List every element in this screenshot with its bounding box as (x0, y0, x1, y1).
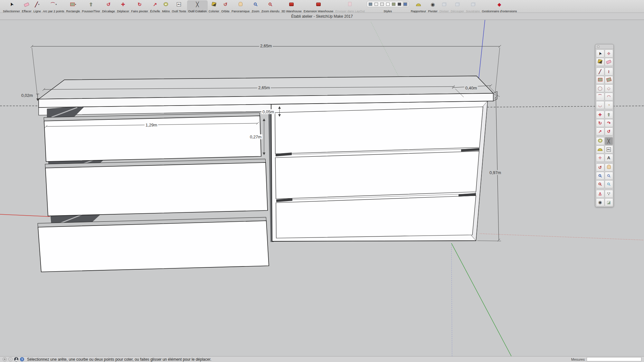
palette-tool-push-pull[interactable]: ⇧ (605, 111, 613, 119)
palette-tool-two-point-arc[interactable]: ◠ (605, 93, 613, 101)
palette-tool-arc[interactable]: ⌒ (596, 93, 604, 101)
style-button-style-2[interactable] (374, 2, 379, 6)
palette-tool-make-component[interactable]: ❖ (605, 50, 613, 58)
toolbar-item-pivot[interactable]: ◉Pivoter (427, 0, 439, 13)
open-drawer-3-front[interactable] (38, 221, 269, 272)
palette-tool-3d-text[interactable]: A (605, 154, 613, 162)
palette-tool-rotate[interactable]: ↻ (596, 119, 604, 127)
palette-tool-select[interactable]: ➤ (596, 50, 604, 58)
geolocate-icon[interactable] (3, 357, 7, 361)
palette-tool-zoom-extents[interactable]: ⚲ (596, 180, 604, 188)
palette-tool-walk[interactable]: ∵ (605, 190, 613, 198)
toolbar-item-tape-measure[interactable]: Mètre (161, 0, 171, 13)
palette-tool-rotated-rectangle[interactable] (605, 76, 613, 84)
palette-header[interactable] (595, 44, 613, 49)
toolbar-item-zoom-extents[interactable]: ⚲Zoom étendu (260, 0, 280, 13)
palette-tool-three-point-arc[interactable]: ◡ (596, 101, 604, 109)
palette-tool-axes[interactable]: ✛ (596, 154, 604, 162)
palette-tool-tape-measure[interactable] (596, 137, 604, 145)
toolbar-item-offset[interactable]: ↺Décalage (101, 0, 116, 13)
drawing-viewport[interactable]: 2,65m 2,65m 0,40m 0,02m 0,05m 1,29m 0,27… (0, 20, 644, 356)
dimension-label-drawer-height[interactable]: 0,27m (249, 135, 262, 139)
toolbar-item-arc-2-points[interactable]: ⌒▾Arc par 2 points (42, 0, 65, 13)
dimension-label-surface-width[interactable]: 2,65m (257, 85, 271, 90)
toolbar-item-paint[interactable]: Colorier (208, 0, 220, 13)
toolbar-item-move[interactable]: ✚Déplacer (116, 0, 130, 13)
palette-tool-look-around[interactable]: ◉ (596, 198, 604, 206)
toolbar-item-warehouse-3d[interactable]: 3D Warehouse (280, 0, 303, 13)
style-button-style-6[interactable] (397, 2, 402, 6)
palette-tool-circle[interactable]: ◯ (596, 84, 604, 92)
toolbar-item-text[interactable]: A1Outil Texte (171, 0, 187, 13)
drawer-front-right-3[interactable] (276, 196, 476, 238)
blue-axis[interactable] (478, 20, 485, 87)
measurements-input[interactable] (587, 357, 641, 361)
style-button-style-4[interactable] (385, 2, 391, 6)
drawer-front-right-2[interactable] (275, 151, 479, 199)
palette-tool-freehand[interactable]: ≀ (605, 68, 613, 76)
palette-close-button[interactable] (597, 45, 600, 48)
toolbar-item-scale[interactable]: ↗Échelle (149, 0, 161, 13)
toolbar-item-line[interactable]: ╱▾Ligne (33, 0, 42, 13)
toolbar-item-push-pull[interactable]: ⇧Pousser/Tirer (81, 0, 101, 13)
toolbar-item-extension-manager[interactable]: ◆Gestionnaire d'extensions (481, 0, 518, 13)
palette-tool-eraser[interactable] (605, 58, 613, 66)
palette-tool-dimension[interactable]: ╳ (605, 137, 613, 145)
green-axis-dotted[interactable] (371, 22, 399, 77)
palette-tool-protractor[interactable] (596, 145, 604, 153)
toolbar-item-extension-warehouse[interactable]: Extension Warehouse (303, 0, 335, 13)
right-cabinet[interactable] (271, 101, 488, 241)
palette-tool-zoom[interactable]: ⚲ (596, 172, 604, 180)
palette-tool-follow-me[interactable]: ↷ (605, 119, 613, 127)
palette-tool-offset[interactable]: ↺ (605, 127, 613, 135)
palette-tool-zoom-previous[interactable]: ⚲ (605, 180, 613, 188)
toolbar-item-select[interactable]: ➤Sélectionner (2, 0, 21, 13)
blue-axis-dotted[interactable] (451, 243, 452, 356)
help-icon[interactable]: ? (20, 357, 24, 361)
toolbar-item-zoom[interactable]: ⚲Zoom (251, 0, 260, 13)
toolbar-item-protractor[interactable]: Rapporteur (410, 0, 427, 13)
palette-tool-pan[interactable] (605, 163, 613, 172)
drawer-front-right-1[interactable] (275, 107, 483, 154)
toolbar-item-styles-group[interactable]: Styles (366, 0, 410, 13)
palette-tool-move[interactable]: ✚ (596, 111, 604, 119)
palette-tool-polygon[interactable]: ◇ (605, 84, 613, 92)
toolbar-item-dimension[interactable]: ╳Outil Cotation (187, 0, 208, 13)
toolbar-item-rectangle[interactable]: ▾Rectangle (65, 0, 81, 13)
chevron-down-icon[interactable]: ▾ (75, 3, 76, 5)
red-axis-dotted[interactable] (480, 234, 644, 240)
palette-tool-pie[interactable]: ◔ (605, 101, 613, 109)
dimension-label-drawer-width[interactable]: 1,29m (145, 123, 158, 127)
model-canvas[interactable] (0, 20, 644, 356)
green-axis[interactable] (451, 243, 511, 356)
dimension-label-top-rail[interactable]: 0,05m (261, 109, 275, 114)
chevron-down-icon[interactable]: ▾ (56, 3, 57, 5)
red-axis[interactable] (0, 214, 50, 217)
dimension-label-overhang[interactable]: 0,02m (20, 93, 34, 98)
palette-tool-position-camera[interactable]: ♙ (596, 190, 604, 198)
palette-tool-line[interactable]: ╱ (596, 68, 604, 76)
palette-tool-zoom-window[interactable]: ⚲ (605, 172, 613, 180)
open-drawer-2-front[interactable] (45, 162, 268, 216)
info-icon[interactable]: i (8, 357, 13, 361)
left-cabinet-open-drawers[interactable] (38, 113, 269, 272)
toolbar-item-rotate[interactable]: ↻Faire pivoter (130, 0, 149, 13)
account-icon[interactable] (14, 357, 18, 361)
palette-tool-orbit[interactable]: ↺ (596, 163, 604, 172)
palette-tool-rectangle[interactable] (596, 76, 604, 84)
palette-tool-scale[interactable]: ↗ (596, 127, 604, 135)
chevron-down-icon[interactable]: ▾ (38, 3, 40, 5)
toolbar-item-pan[interactable]: Panoramique (231, 0, 251, 13)
palette-tool-section-plane[interactable]: ◪ (605, 198, 613, 206)
style-button-style-7[interactable] (402, 2, 408, 6)
dimension-label-depth[interactable]: 0,40m (464, 86, 478, 90)
palette-tool-text[interactable]: A1 (605, 145, 613, 153)
toolbar-item-eraser[interactable]: Effacer (21, 0, 33, 13)
palette-tool-paint-bucket[interactable] (596, 58, 604, 66)
dimension-label-top-width[interactable]: 2,65m (259, 43, 273, 48)
style-button-style-5[interactable] (391, 2, 396, 6)
style-button-style-1[interactable] (368, 2, 373, 6)
style-button-style-3[interactable] (379, 2, 385, 6)
toolbar-item-orbit[interactable]: ↺Orbite (220, 0, 231, 13)
dimension-label-cabinet-height[interactable]: 0,97m (488, 170, 502, 175)
